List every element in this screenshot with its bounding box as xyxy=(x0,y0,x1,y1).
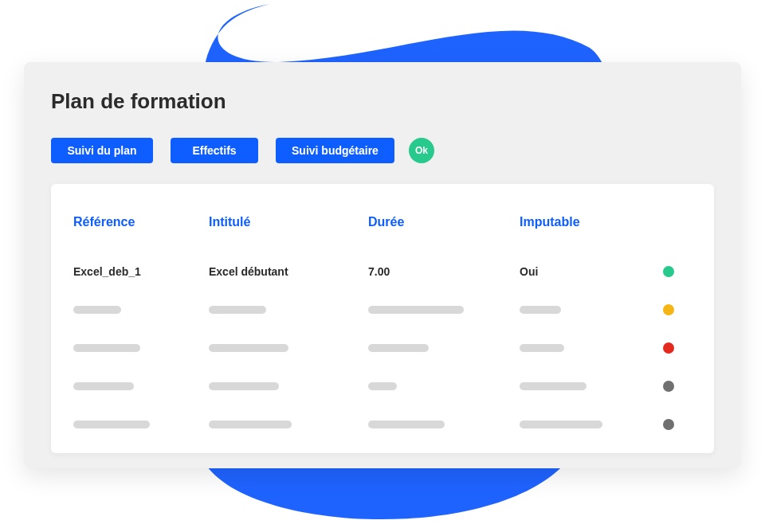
skeleton-placeholder xyxy=(368,421,445,428)
col-header-reference: Référence xyxy=(73,215,209,229)
col-header-intitule: Intitulé xyxy=(209,215,368,229)
skeleton-placeholder xyxy=(209,382,279,390)
skeleton-placeholder xyxy=(73,421,150,428)
table-row[interactable]: Excel_deb_1Excel débutant7.00Oui xyxy=(73,252,692,291)
skeleton-placeholder xyxy=(520,421,602,428)
status-dot xyxy=(663,419,674,430)
cell-intitule xyxy=(209,342,368,354)
skeleton-placeholder xyxy=(520,344,564,352)
ok-badge: Ok xyxy=(409,138,434,163)
cell-imputable xyxy=(520,418,663,431)
cell-duree xyxy=(368,418,520,431)
cell-duree xyxy=(368,303,520,316)
cell-reference xyxy=(73,418,209,431)
tab-suivi-budgetaire[interactable]: Suivi budgétaire xyxy=(276,138,394,163)
cell-duree xyxy=(368,380,520,393)
table-row[interactable] xyxy=(73,405,692,444)
tab-effectifs[interactable]: Effectifs xyxy=(171,138,258,163)
cell-imputable xyxy=(520,342,663,354)
skeleton-placeholder xyxy=(73,344,140,352)
page-title: Plan de formation xyxy=(51,89,714,114)
skeleton-placeholder xyxy=(368,306,464,314)
cell-reference: Excel_deb_1 xyxy=(73,265,209,278)
table-row[interactable] xyxy=(73,291,692,329)
toolbar: Suivi du plan Effectifs Suivi budgétaire… xyxy=(51,138,714,163)
table-header: Référence Intitulé Durée Imputable xyxy=(73,206,692,238)
cell-reference xyxy=(73,380,209,393)
skeleton-placeholder xyxy=(209,344,288,352)
skeleton-placeholder xyxy=(73,306,121,314)
training-table-card: Référence Intitulé Durée Imputable Excel… xyxy=(51,184,714,453)
table-row[interactable] xyxy=(73,329,692,367)
cell-intitule xyxy=(209,380,368,393)
skeleton-placeholder xyxy=(520,306,561,314)
cell-duree: 7.00 xyxy=(368,265,520,278)
cell-duree xyxy=(368,342,520,354)
skeleton-placeholder xyxy=(209,306,266,314)
cell-intitule xyxy=(209,303,368,316)
status-dot xyxy=(663,266,674,277)
skeleton-placeholder xyxy=(368,344,429,352)
table-row[interactable] xyxy=(73,367,692,405)
cell-imputable xyxy=(520,303,663,316)
skeleton-placeholder xyxy=(73,382,134,390)
training-plan-panel: Plan de formation Suivi du plan Effectif… xyxy=(24,62,741,468)
cell-intitule: Excel débutant xyxy=(209,265,368,278)
cell-reference xyxy=(73,342,209,354)
col-header-duree: Durée xyxy=(368,215,520,229)
status-dot xyxy=(663,304,674,315)
skeleton-placeholder xyxy=(209,421,292,428)
status-dot xyxy=(663,342,674,354)
cell-imputable xyxy=(520,380,663,393)
status-dot xyxy=(663,381,674,392)
cell-intitule xyxy=(209,418,368,431)
skeleton-placeholder xyxy=(520,382,586,390)
cell-reference xyxy=(73,303,209,316)
col-header-imputable: Imputable xyxy=(520,215,663,229)
cell-imputable: Oui xyxy=(520,265,663,278)
tab-suivi-du-plan[interactable]: Suivi du plan xyxy=(51,138,153,163)
skeleton-placeholder xyxy=(368,382,397,390)
